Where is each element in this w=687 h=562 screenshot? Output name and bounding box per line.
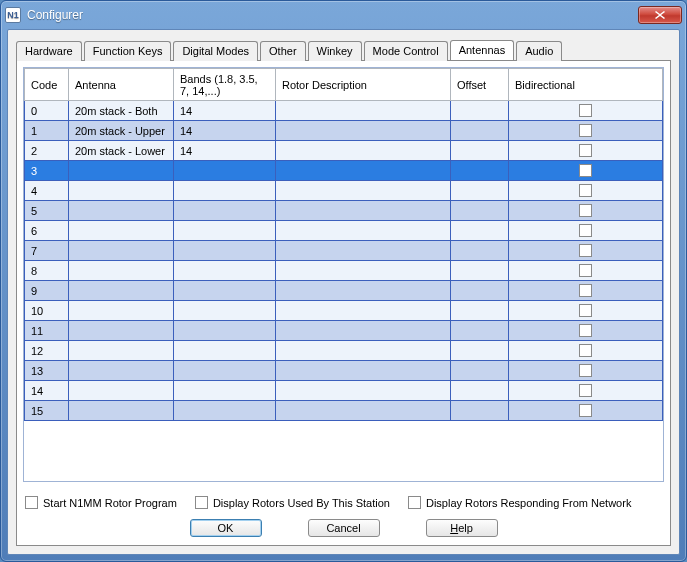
table-row[interactable]: 020m stack - Both14 (25, 101, 663, 121)
cell-offset[interactable] (451, 161, 509, 181)
cell-bidirectional[interactable] (509, 221, 663, 241)
table-row[interactable]: 3 (25, 161, 663, 181)
cell-rotor[interactable] (276, 161, 451, 181)
cell-code[interactable]: 6 (25, 221, 69, 241)
cell-antenna[interactable] (69, 361, 174, 381)
tab-mode-control[interactable]: Mode Control (364, 41, 448, 61)
cell-bidirectional[interactable] (509, 121, 663, 141)
table-row[interactable]: 6 (25, 221, 663, 241)
cell-offset[interactable] (451, 401, 509, 421)
cell-antenna[interactable] (69, 161, 174, 181)
cell-antenna[interactable]: 20m stack - Both (69, 101, 174, 121)
cell-offset[interactable] (451, 381, 509, 401)
cell-antenna[interactable] (69, 241, 174, 261)
cell-bidirectional[interactable] (509, 361, 663, 381)
cell-bands[interactable]: 14 (174, 121, 276, 141)
tab-other[interactable]: Other (260, 41, 306, 61)
cell-bidirectional[interactable] (509, 321, 663, 341)
cell-bands[interactable] (174, 381, 276, 401)
cell-bands[interactable]: 14 (174, 101, 276, 121)
cell-bidirectional[interactable] (509, 381, 663, 401)
cell-rotor[interactable] (276, 201, 451, 221)
display-rotors-network-checkbox[interactable]: Display Rotors Responding From Network (408, 496, 631, 509)
cell-offset[interactable] (451, 181, 509, 201)
cell-rotor[interactable] (276, 241, 451, 261)
table-row[interactable]: 12 (25, 341, 663, 361)
cell-bands[interactable] (174, 181, 276, 201)
cell-bidirectional[interactable] (509, 281, 663, 301)
cell-offset[interactable] (451, 261, 509, 281)
cell-offset[interactable] (451, 141, 509, 161)
cell-bands[interactable] (174, 241, 276, 261)
table-row[interactable]: 10 (25, 301, 663, 321)
cell-antenna[interactable] (69, 221, 174, 241)
tab-antennas[interactable]: Antennas (450, 40, 514, 60)
cell-code[interactable]: 2 (25, 141, 69, 161)
table-row[interactable]: 5 (25, 201, 663, 221)
cell-offset[interactable] (451, 301, 509, 321)
cell-antenna[interactable] (69, 301, 174, 321)
help-button[interactable]: Help (426, 519, 498, 537)
cell-bands[interactable] (174, 341, 276, 361)
cell-antenna[interactable]: 20m stack - Lower (69, 141, 174, 161)
cell-rotor[interactable] (276, 221, 451, 241)
tab-audio[interactable]: Audio (516, 41, 562, 61)
cell-bidirectional[interactable] (509, 101, 663, 121)
cell-bidirectional[interactable] (509, 261, 663, 281)
cell-antenna[interactable]: 20m stack - Upper (69, 121, 174, 141)
cell-bands[interactable] (174, 221, 276, 241)
cell-antenna[interactable] (69, 341, 174, 361)
cell-code[interactable]: 5 (25, 201, 69, 221)
cancel-button[interactable]: Cancel (308, 519, 380, 537)
col-header-rotor[interactable]: Rotor Description (276, 69, 451, 101)
col-header-offset[interactable]: Offset (451, 69, 509, 101)
col-header-code[interactable]: Code (25, 69, 69, 101)
cell-bands[interactable]: 14 (174, 141, 276, 161)
cell-bands[interactable] (174, 201, 276, 221)
cell-rotor[interactable] (276, 381, 451, 401)
antenna-grid[interactable]: Code Antenna Bands (1.8, 3.5, 7, 14,...)… (23, 67, 664, 482)
cell-bidirectional[interactable] (509, 161, 663, 181)
cell-rotor[interactable] (276, 141, 451, 161)
col-header-antenna[interactable]: Antenna (69, 69, 174, 101)
cell-bidirectional[interactable] (509, 401, 663, 421)
cell-bidirectional[interactable] (509, 201, 663, 221)
cell-code[interactable]: 7 (25, 241, 69, 261)
cell-code[interactable]: 15 (25, 401, 69, 421)
cell-offset[interactable] (451, 221, 509, 241)
start-rotor-checkbox[interactable]: Start N1MM Rotor Program (25, 496, 177, 509)
table-row[interactable]: 11 (25, 321, 663, 341)
cell-bands[interactable] (174, 261, 276, 281)
cell-bidirectional[interactable] (509, 141, 663, 161)
cell-code[interactable]: 13 (25, 361, 69, 381)
tab-function-keys[interactable]: Function Keys (84, 41, 172, 61)
cell-antenna[interactable] (69, 281, 174, 301)
cell-antenna[interactable] (69, 381, 174, 401)
cell-bands[interactable] (174, 361, 276, 381)
cell-bands[interactable] (174, 301, 276, 321)
titlebar[interactable]: N1 Configurer (1, 1, 686, 29)
cell-offset[interactable] (451, 281, 509, 301)
close-button[interactable] (638, 6, 682, 24)
col-header-bidir[interactable]: Bidirectional (509, 69, 663, 101)
cell-offset[interactable] (451, 321, 509, 341)
table-row[interactable]: 120m stack - Upper14 (25, 121, 663, 141)
cell-code[interactable]: 0 (25, 101, 69, 121)
cell-bands[interactable] (174, 281, 276, 301)
table-row[interactable]: 220m stack - Lower14 (25, 141, 663, 161)
tab-hardware[interactable]: Hardware (16, 41, 82, 61)
cell-rotor[interactable] (276, 361, 451, 381)
cell-code[interactable]: 4 (25, 181, 69, 201)
cell-rotor[interactable] (276, 181, 451, 201)
cell-bidirectional[interactable] (509, 241, 663, 261)
cell-code[interactable]: 14 (25, 381, 69, 401)
cell-rotor[interactable] (276, 401, 451, 421)
cell-code[interactable]: 11 (25, 321, 69, 341)
tab-winkey[interactable]: Winkey (308, 41, 362, 61)
cell-bands[interactable] (174, 401, 276, 421)
cell-antenna[interactable] (69, 201, 174, 221)
cell-antenna[interactable] (69, 261, 174, 281)
cell-offset[interactable] (451, 121, 509, 141)
cell-rotor[interactable] (276, 341, 451, 361)
table-row[interactable]: 15 (25, 401, 663, 421)
